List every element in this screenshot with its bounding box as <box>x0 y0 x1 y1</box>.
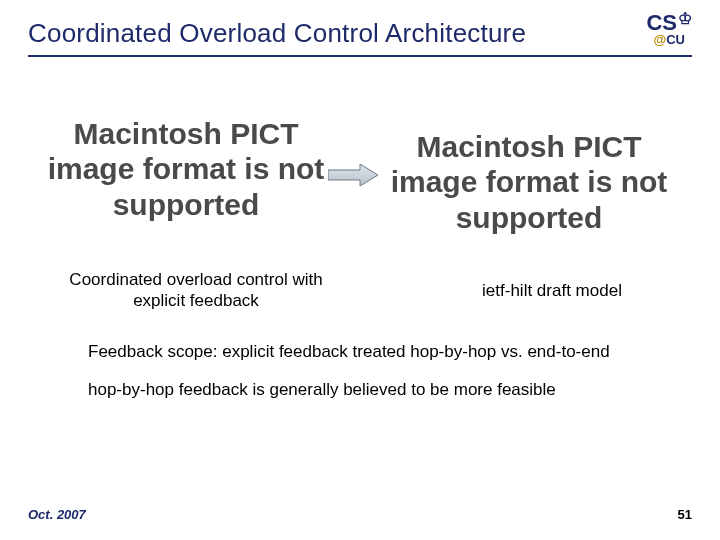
logo-cu: CU <box>666 32 685 47</box>
slide-title: Coordinated Overload Control Architectur… <box>28 18 646 49</box>
slide-footer: Oct. 2007 51 <box>28 507 692 522</box>
logo-bottom-row: @CU <box>653 33 684 46</box>
slide-content: Macintosh PICT image format is not suppo… <box>0 57 720 400</box>
svg-marker-0 <box>328 164 378 186</box>
footer-date: Oct. 2007 <box>28 507 86 522</box>
arrow-icon <box>328 164 378 186</box>
body-text: Feedback scope: explicit feedback treate… <box>28 342 692 400</box>
logo-cs: CS <box>646 12 677 34</box>
logo-top-row: CS ♔ <box>646 12 692 34</box>
footer-page-number: 51 <box>678 507 692 522</box>
caption-left: Coordinated overload control with explic… <box>46 269 346 312</box>
pict-placeholder-left: Macintosh PICT image format is not suppo… <box>46 116 326 222</box>
logo: CS ♔ @CU <box>646 12 692 46</box>
slide-header: Coordinated Overload Control Architectur… <box>0 0 720 49</box>
placeholder-row: Macintosh PICT image format is not suppo… <box>28 103 692 235</box>
body-line-2: hop-by-hop feedback is generally believe… <box>88 380 672 400</box>
body-line-1: Feedback scope: explicit feedback treate… <box>88 342 672 362</box>
pict-placeholder-right: Macintosh PICT image format is not suppo… <box>384 129 674 235</box>
logo-at: @ <box>653 32 666 47</box>
captions-row: Coordinated overload control with explic… <box>46 269 682 312</box>
caption-right: ietf-hilt draft model <box>422 281 682 312</box>
crown-icon: ♔ <box>678 11 692 27</box>
